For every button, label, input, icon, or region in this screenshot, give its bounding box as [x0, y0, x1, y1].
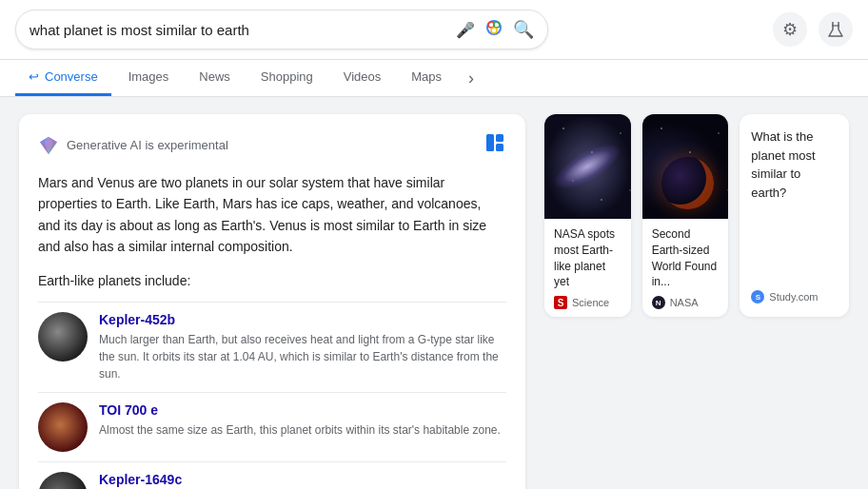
- planet-desc-kepler452b: Much larger than Earth, but also receive…: [99, 331, 506, 382]
- planet-thumb-kepler1649c: [38, 472, 88, 489]
- svg-point-3: [491, 28, 497, 33]
- microphone-icon[interactable]: 🎤: [456, 21, 475, 39]
- tab-videos[interactable]: Videos: [330, 60, 395, 96]
- svg-point-2: [494, 22, 500, 28]
- card-title-study: What is the planet most similar to earth…: [751, 127, 838, 202]
- svg-rect-5: [486, 134, 494, 151]
- source-icon-science: S: [554, 296, 567, 309]
- ai-gem-icon: [38, 135, 59, 156]
- ai-section-title: Earth-like planets include:: [38, 273, 506, 288]
- search-icon[interactable]: 🔍: [513, 19, 534, 40]
- planet-info-kepler452b: Kepler-452b Much larger than Earth, but …: [99, 312, 506, 382]
- settings-button[interactable]: ⚙: [773, 12, 807, 47]
- card-body-science: NASA spots most Earth-like planet yet S …: [544, 219, 631, 317]
- search-bar: 🎤 🔍: [15, 10, 548, 49]
- card-source-study: S Study.com: [751, 233, 838, 303]
- planet-item-kepler1649c[interactable]: Kepler-1649c This planet is similar to E…: [38, 461, 506, 489]
- tab-converse[interactable]: ↩ Converse: [15, 60, 111, 96]
- planet-name-kepler452b: Kepler-452b: [99, 312, 506, 327]
- ai-answer-panel: Generative AI is experimental Mars and V…: [19, 114, 525, 489]
- tab-shopping[interactable]: Shopping: [247, 60, 326, 96]
- card-source-science: S Science: [554, 296, 621, 309]
- search-icons: 🎤 🔍: [456, 18, 534, 41]
- source-icon-study: S: [751, 290, 764, 303]
- card-body-nasa: Second Earth-sized World Found in... N N…: [642, 219, 729, 317]
- ai-layout-button[interactable]: [483, 131, 506, 159]
- lens-icon[interactable]: [484, 18, 503, 41]
- planet-item-toi700e[interactable]: TOI 700 e Almost the same size as Earth,…: [38, 392, 506, 461]
- tab-maps[interactable]: Maps: [398, 60, 455, 96]
- ai-panel-header: Generative AI is experimental: [38, 131, 506, 159]
- header: 🎤 🔍 ⚙: [0, 0, 868, 60]
- planet-space-object: [661, 157, 714, 209]
- card-study[interactable]: What is the planet most similar to earth…: [740, 114, 849, 317]
- card-image-galaxy: [544, 114, 631, 219]
- planet-name-toi700e: TOI 700 e: [99, 402, 501, 418]
- main-content: Generative AI is experimental Mars and V…: [0, 97, 868, 489]
- source-icon-nasa: N: [652, 296, 665, 309]
- card-source-nasa: N NASA: [652, 296, 720, 309]
- planet-info-toi700e: TOI 700 e Almost the same size as Earth,…: [99, 402, 501, 439]
- svg-rect-7: [496, 144, 503, 151]
- right-cards: NASA spots most Earth-like planet yet S …: [544, 114, 849, 489]
- converse-arrow-icon: ↩: [29, 69, 39, 84]
- card-title-science: NASA spots most Earth-like planet yet: [554, 226, 621, 290]
- planet-info-kepler1649c: Kepler-1649c This planet is similar to E…: [99, 472, 371, 489]
- tab-images[interactable]: Images: [115, 60, 183, 96]
- planet-desc-toi700e: Almost the same size as Earth, this plan…: [99, 421, 501, 439]
- planet-name-kepler1649c: Kepler-1649c: [99, 472, 371, 487]
- more-tabs-button[interactable]: ›: [459, 61, 483, 96]
- planet-item-kepler452b[interactable]: Kepler-452b Much larger than Earth, but …: [38, 302, 506, 392]
- card-title-nasa: Second Earth-sized World Found in...: [652, 226, 720, 290]
- tab-news[interactable]: News: [186, 60, 244, 96]
- search-input[interactable]: [30, 22, 446, 38]
- cards-row: NASA spots most Earth-like planet yet S …: [544, 114, 849, 317]
- svg-point-1: [488, 22, 494, 28]
- svg-rect-6: [496, 134, 503, 142]
- header-right: ⚙: [773, 12, 853, 47]
- planet-thumb-toi700e: [38, 402, 88, 452]
- ai-body-text: Mars and Venus are two planets in our so…: [38, 172, 506, 258]
- card-science[interactable]: NASA spots most Earth-like planet yet S …: [544, 114, 631, 317]
- card-image-planet: [642, 114, 729, 219]
- card-nasa[interactable]: Second Earth-sized World Found in... N N…: [642, 114, 729, 317]
- ai-label: Generative AI is experimental: [38, 135, 228, 156]
- planet-thumb-kepler452b: [38, 312, 88, 362]
- nav-tabs: ↩ Converse Images News Shopping Videos M…: [0, 60, 868, 97]
- lab-button[interactable]: [819, 12, 853, 47]
